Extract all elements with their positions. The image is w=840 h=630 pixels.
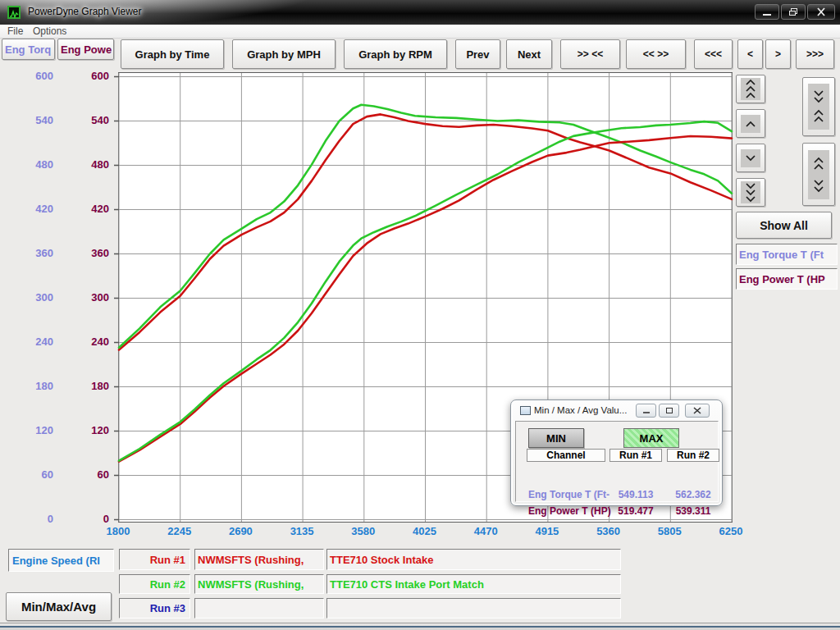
torque-tick-120: 120	[1, 424, 53, 437]
x-tick-6250: 6250	[705, 525, 757, 538]
minimize-button[interactable]	[755, 4, 779, 20]
window-title: PowerDyne Graph Viewer	[28, 6, 142, 17]
torque-tick-240: 240	[1, 336, 53, 349]
x-tick-2690: 2690	[214, 525, 267, 538]
tab-eng-torque[interactable]: Eng Torq	[2, 39, 55, 60]
triple-chevron-up-icon	[741, 78, 760, 100]
y-scroll-up-fast-button[interactable]	[736, 75, 765, 103]
y-scale-expand-button[interactable]	[802, 143, 835, 206]
run1-comment-field[interactable]: NWMSFTS (Rushing,	[194, 549, 324, 570]
column-header-run2[interactable]: Run #2	[667, 449, 719, 462]
column-header-channel[interactable]: Channel	[527, 449, 605, 462]
row-torque-channel: Eng Torque T (Ft-	[528, 489, 609, 501]
y-scale-compress-button[interactable]	[802, 77, 835, 136]
legend-eng-torque[interactable]: Eng Torque T (Ft	[736, 244, 838, 265]
minmax-window-icon	[520, 406, 531, 415]
minmax-body: MIN MAX Channel Run #1 Run #2 Eng Torque…	[515, 421, 719, 502]
minmax-restore-button[interactable]	[659, 404, 679, 418]
scroll-right-button[interactable]: >	[765, 39, 791, 69]
close-button[interactable]	[807, 4, 835, 20]
x-tick-3580: 3580	[337, 525, 390, 538]
run2-label[interactable]: Run #2	[119, 574, 190, 594]
torque-tick-0: 0	[1, 513, 53, 526]
x-tick-2245: 2245	[153, 525, 206, 538]
graph-by-time-button[interactable]: Graph by Time	[121, 39, 224, 69]
row-power-run2-value: 539.311	[667, 505, 719, 518]
x-tick-1800: 1800	[92, 525, 144, 538]
legend-eng-power[interactable]: Eng Power T (HP	[736, 268, 838, 290]
torque-tick-480: 480	[1, 158, 53, 171]
minmaxavg-button[interactable]: Min/Max/Avg	[6, 592, 112, 621]
power-tick-120: 120	[57, 424, 109, 437]
run3-label[interactable]: Run #3	[119, 598, 190, 619]
chevrons-outward-icon	[808, 150, 829, 199]
x-tick-4470: 4470	[459, 525, 512, 538]
run2-comment-field[interactable]: NWMSFTS (Rushing,	[194, 574, 324, 594]
min-toggle-button[interactable]: MIN	[528, 428, 584, 448]
power-tick-240: 240	[57, 336, 109, 349]
show-all-button[interactable]: Show All	[736, 212, 832, 239]
power-tick-360: 360	[57, 247, 109, 260]
row-power-channel: Eng Power T (HP)	[528, 505, 611, 518]
chevron-up-icon	[741, 115, 760, 133]
graph-by-mph-button[interactable]: Graph by MPH	[232, 39, 336, 69]
x-tick-4915: 4915	[521, 525, 573, 538]
torque-tick-300: 300	[1, 291, 53, 304]
minmax-window-title: Min / Max / Avg Valu...	[534, 405, 627, 415]
x-tick-4025: 4025	[399, 525, 451, 538]
y-scroll-up-button[interactable]	[736, 109, 765, 138]
run1-name-field[interactable]: TTE710 Stock Intake	[326, 549, 621, 570]
menu-file[interactable]: File	[7, 25, 23, 37]
torque-tick-180: 180	[1, 380, 53, 393]
run2-name-field[interactable]: TTE710 CTS Intake Port Match	[326, 574, 621, 594]
window-bottom-border	[0, 623, 840, 630]
powerdyne-window: PowerDyne Graph Viewer File Options Eng …	[0, 0, 840, 630]
row-torque-run1-value: 549.113	[609, 489, 662, 501]
triple-chevron-down-icon	[741, 181, 760, 203]
menu-options[interactable]: Options	[33, 25, 66, 37]
scroll-right-fast-button[interactable]: >>>	[796, 39, 834, 69]
power-tick-60: 60	[57, 468, 109, 482]
power-tick-180: 180	[57, 380, 109, 393]
graph-by-rpm-button[interactable]: Graph by RPM	[344, 39, 447, 69]
chevrons-inward-icon	[808, 84, 829, 130]
zoom-out-x-button[interactable]: << >>	[626, 39, 686, 69]
prev-button[interactable]: Prev	[455, 39, 500, 69]
tab-eng-power[interactable]: Eng Powe	[57, 39, 114, 60]
x-tick-5805: 5805	[643, 525, 696, 538]
power-tick-300: 300	[57, 291, 109, 304]
power-tick-600: 600	[57, 70, 109, 83]
menu-bar: File Options	[0, 25, 840, 39]
power-tick-540: 540	[57, 114, 109, 127]
run3-comment-field[interactable]	[194, 598, 324, 619]
torque-tick-540: 540	[1, 114, 53, 127]
row-torque-run2-value: 562.362	[667, 489, 719, 501]
power-tick-480: 480	[57, 158, 109, 171]
torque-tick-420: 420	[1, 203, 53, 216]
max-toggle-button[interactable]: MAX	[623, 428, 679, 448]
y-scroll-down-fast-button[interactable]	[736, 178, 765, 207]
minmax-minimize-button[interactable]	[636, 404, 656, 418]
chevron-down-icon	[741, 149, 760, 167]
x-tick-5360: 5360	[582, 525, 635, 538]
power-tick-420: 420	[57, 203, 109, 216]
title-bar[interactable]: PowerDyne Graph Viewer	[0, 0, 840, 25]
scroll-left-fast-button[interactable]: <<<	[694, 39, 733, 69]
app-icon	[7, 6, 21, 19]
y-scroll-down-button[interactable]	[736, 144, 765, 172]
zoom-in-x-button[interactable]: >> <<	[560, 39, 620, 69]
minmax-close-button[interactable]	[685, 404, 710, 418]
x-axis-channel-button[interactable]: Engine Speed (RI	[8, 549, 114, 572]
run1-label[interactable]: Run #1	[119, 549, 190, 570]
x-tick-3135: 3135	[276, 525, 328, 538]
torque-tick-600: 600	[1, 70, 53, 83]
row-power-run1-value: 519.477	[609, 505, 662, 518]
run3-name-field[interactable]	[326, 598, 621, 619]
next-button[interactable]: Next	[506, 39, 552, 69]
restore-button[interactable]	[781, 4, 806, 20]
column-header-run1[interactable]: Run #1	[609, 449, 662, 462]
torque-tick-60: 60	[1, 468, 53, 482]
scroll-left-button[interactable]: <	[737, 39, 763, 69]
power-tick-0: 0	[57, 513, 109, 526]
minmax-window[interactable]: Min / Max / Avg Valu... MIN MAX Channel …	[510, 399, 723, 506]
